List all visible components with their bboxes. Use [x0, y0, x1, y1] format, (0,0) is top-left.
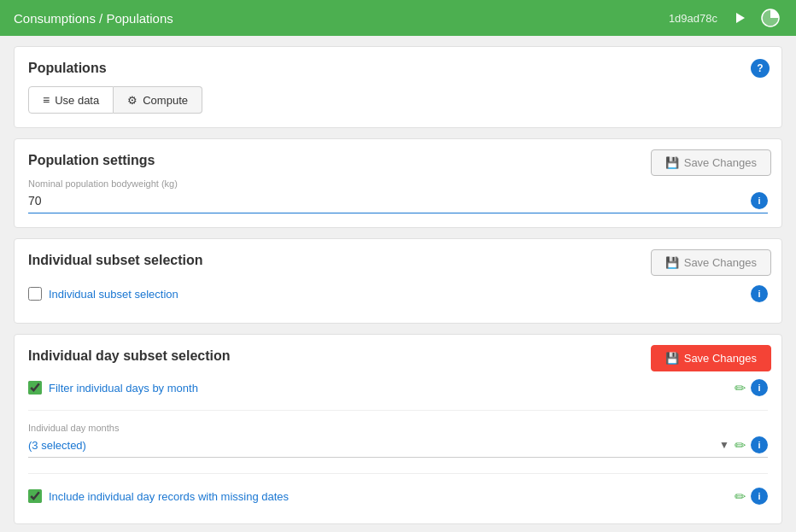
populations-help-icon[interactable]: ? [751, 59, 770, 78]
hamburger-icon: ≡ [43, 93, 50, 107]
population-settings-save-button[interactable]: 💾 Save Changes [651, 149, 771, 176]
day-months-edit-icon[interactable]: ✏ [735, 437, 746, 453]
populations-tabs: ≡ Use data ⚙ Compute [28, 86, 768, 114]
day-months-info-icon[interactable]: i [751, 436, 768, 453]
individual-subset-row: Individual subset selection i [28, 278, 768, 309]
chevron-down-icon: ▼ [719, 439, 729, 451]
missing-dates-checkbox[interactable] [28, 489, 42, 503]
play-button[interactable] [728, 6, 752, 30]
individual-subset-info-icon[interactable]: i [751, 285, 768, 302]
day-months-value: (3 selected) [28, 439, 86, 452]
app-header: Consumptions / Populations 1d9ad78c [0, 0, 796, 36]
pie-icon [758, 6, 782, 30]
main-content: Populations ? ≡ Use data ⚙ Compute Popul… [0, 36, 796, 532]
filter-days-edit-icon[interactable]: ✏ [735, 380, 746, 396]
bodyweight-value-row: 70 i [28, 192, 768, 213]
tab-compute[interactable]: ⚙ Compute [114, 86, 202, 114]
breadcrumb: Consumptions / Populations [14, 11, 669, 26]
save-icon: 💾 [665, 156, 679, 169]
gear-icon: ⚙ [127, 94, 138, 107]
individual-day-save-button[interactable]: 💾 Save Changes [651, 345, 771, 371]
population-settings-card: Population settings 💾 Save Changes Nomin… [14, 138, 782, 228]
individual-subset-card: Individual subset selection 💾 Save Chang… [14, 238, 782, 324]
missing-dates-label[interactable]: Include individual day records with miss… [49, 490, 289, 503]
filter-days-row: Filter individual days by month ✏ i [28, 374, 768, 401]
missing-dates-icons: ✏ i [735, 488, 768, 505]
individual-subset-save-button[interactable]: 💾 Save Changes [651, 249, 771, 276]
day-months-group: Individual day months (3 selected) ▼ ✏ i [28, 419, 768, 465]
individual-subset-checkbox[interactable] [28, 287, 42, 301]
populations-card: Populations ? ≡ Use data ⚙ Compute [14, 46, 782, 128]
commit-id: 1d9ad78c [669, 12, 717, 25]
filter-days-info-icon[interactable]: i [751, 379, 768, 396]
bodyweight-info-icon[interactable]: i [751, 192, 768, 209]
populations-title: Populations [28, 61, 768, 76]
missing-dates-edit-icon[interactable]: ✏ [735, 488, 746, 505]
save-icon-2: 💾 [665, 256, 679, 269]
bodyweight-label: Nominal population bodyweight (kg) [28, 178, 768, 189]
day-months-select-row: (3 selected) ▼ ✏ i [28, 436, 768, 458]
individual-day-card: Individual day subset selection 💾 Save C… [14, 334, 782, 524]
filter-days-icons: ✏ i [735, 379, 768, 396]
day-months-label: Individual day months [28, 423, 768, 433]
missing-dates-info-icon[interactable]: i [751, 488, 768, 505]
bodyweight-field-group: Nominal population bodyweight (kg) 70 i [28, 178, 768, 213]
missing-dates-row: Include individual day records with miss… [28, 482, 768, 510]
tab-use-data[interactable]: ≡ Use data [28, 86, 114, 114]
bodyweight-value: 70 [28, 194, 42, 208]
save-icon-3: 💾 [665, 352, 679, 365]
filter-days-checkbox[interactable] [28, 381, 42, 395]
filter-days-label[interactable]: Filter individual days by month [49, 382, 198, 395]
svg-marker-0 [736, 13, 745, 23]
individual-subset-checkbox-label[interactable]: Individual subset selection [49, 288, 179, 301]
